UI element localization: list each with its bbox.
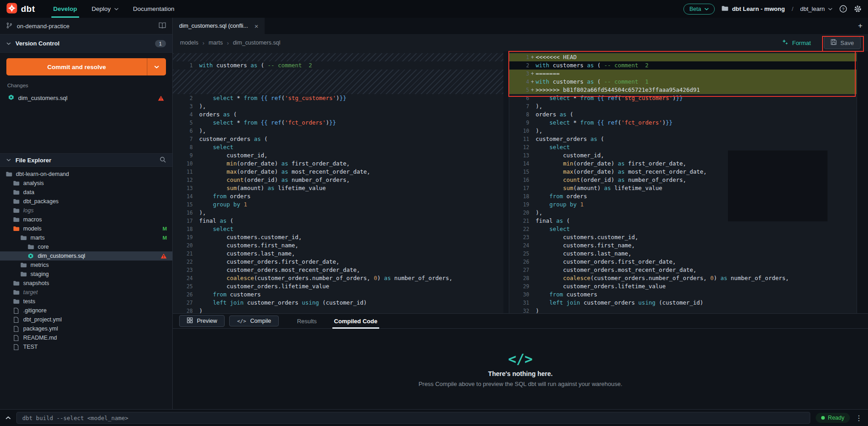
line-number: 7 [509,102,529,110]
format-button[interactable]: Format [782,39,811,47]
tab-dim_customers[interactable]: dim_customers.sql (confli... × [173,18,265,34]
line-number: 22 [173,258,193,266]
gear-icon[interactable] [854,5,862,13]
code-text: ======= [536,70,560,78]
diff-add-marker [529,143,536,151]
diff-add-marker [529,151,536,160]
save-button[interactable]: Save [824,36,861,49]
tree-item-TEST[interactable]: TEST [0,342,172,351]
code-text: sum(amount) as lifetime_value [536,184,662,192]
line-number: 10 [509,127,529,135]
line-number: 25 [509,250,529,258]
file-explorer-header[interactable]: File Explorer [0,153,172,167]
project-selector[interactable]: dbt Learn - mwong [722,5,785,13]
docs-book-icon[interactable] [159,22,166,30]
new-tab-button[interactable]: + [858,21,863,30]
code-line-1: 1with customers as ( -- comment 2 [173,61,509,70]
editor-pane-left[interactable]: 1with customers as ( -- comment 22 selec… [173,51,509,313]
chevron-down-icon [828,8,833,10]
environment-selector[interactable]: dbt_learn [800,5,833,12]
tree-item-analysis[interactable]: analysis [0,179,172,188]
save-label: Save [840,40,854,46]
line-number: 10 [173,160,193,168]
tree-item-label: core [38,244,49,250]
tree-item-tests[interactable]: tests [0,297,172,306]
kebab-menu-icon[interactable]: ⋮ [855,414,863,422]
code-text: select [536,225,570,233]
compile-button[interactable]: </> Compile [229,316,279,326]
nav-documentation[interactable]: Documentation [126,0,182,18]
code-line-18: 18 from orders [509,192,857,200]
tree-item-marts[interactable]: martsM [0,233,172,242]
tree-item-snapshots[interactable]: snapshots [0,279,172,288]
folder-icon [27,244,34,250]
beta-label: Beta [689,6,701,12]
tree-item-dbt_project.yml[interactable]: dbt_project.yml [0,315,172,324]
commit-button-label[interactable]: Commit and resolve [6,58,147,75]
tree-item-staging[interactable]: staging [0,270,172,279]
branch-selector[interactable]: on-demand-practice [0,18,172,35]
nav-deploy[interactable]: Deploy [85,0,126,18]
code-text: with customers as ( -- comment 2 [536,61,648,70]
code-line-14: 14 from orders [173,192,509,200]
code-line-5: 5+>>>>>>> b81f802a66fd544504c65721e3ffaa… [509,86,857,94]
editor-right-rail[interactable] [857,51,868,313]
tree-item-packages.yml[interactable]: packages.yml [0,324,172,333]
editor-pane-right[interactable]: 1+<<<<<<< HEAD2with customers as ( -- co… [509,51,857,313]
code-line-11: 11 max(order_date) as most_recent_order_… [173,168,509,176]
chevron-up-icon[interactable] [5,416,11,420]
tree-item-README.md[interactable]: README.md [0,333,172,342]
tree-item-label: dbt_project.yml [23,316,62,323]
code-text: final as ( [199,217,233,225]
tree-item-logs[interactable]: logs [0,206,172,215]
line-number: 6 [173,127,193,135]
line-number: 15 [173,200,193,209]
nav-develop[interactable]: Develop [46,0,85,18]
diff-add-marker [529,102,536,110]
search-icon[interactable] [160,156,166,164]
tree-item-models[interactable]: modelsM [0,224,172,233]
code-line-23: 23 customers.customer_id, [509,233,857,241]
dbt-logo[interactable]: dbt [6,3,35,15]
tab-compiled-code[interactable]: Compiled Code [332,314,379,329]
code-text: select * from {{ ref('stg_customers')}} [536,94,683,102]
diff-add-marker [193,94,199,102]
close-icon[interactable]: × [254,22,258,30]
bottom-panel: Preview </> Compile Results Compiled Cod… [173,313,868,409]
preview-button[interactable]: Preview [179,315,225,327]
tree-item-data[interactable]: data [0,188,172,197]
diff-add-marker [529,94,536,102]
tree-item-.gitignore[interactable]: .gitignore [0,306,172,315]
tree-item-macros[interactable]: macros [0,215,172,224]
diff-add-marker [193,291,199,299]
folder-icon [5,171,12,177]
code-line-12: 12 select [509,143,857,151]
tree-item-dim_customers.sql[interactable]: dim_customers.sql [0,251,172,261]
tree-item-core[interactable]: core [0,242,172,251]
beta-badge[interactable]: Beta [683,4,715,15]
code-text: ), [536,102,542,110]
folder-icon [13,180,20,186]
help-icon[interactable]: ? [839,5,847,13]
tree-item-target[interactable]: target [0,288,172,297]
tree-item-dbt-learn-on-demand[interactable]: dbt-learn-on-demand [0,170,172,179]
line-number: 5 [173,119,193,127]
tab-results[interactable]: Results [295,314,318,329]
code-text: customers.last_name, [536,250,632,258]
commit-and-resolve-button[interactable]: Commit and resolve [6,58,166,75]
diff-add-marker [529,217,536,225]
version-control-header[interactable]: Version Control 1 [0,35,172,53]
left-pane-scrollbar[interactable] [503,51,509,313]
changed-file-dim_customers[interactable]: dim_customers.sql [6,92,166,104]
folder-icon [13,208,20,213]
code-text: ) [536,307,539,313]
tree-item-dbt_packages[interactable]: dbt_packages [0,197,172,206]
changes-section-label: Changes [7,83,165,88]
tree-item-metrics[interactable]: metrics [0,261,172,270]
commit-dropdown-button[interactable] [147,58,166,75]
command-input[interactable] [16,412,810,424]
diff-add-marker [193,151,199,160]
diff-add-marker [193,233,199,241]
code-line-28: 28) [173,307,509,313]
empty-state: </> There's nothing here. Press Compile … [173,329,868,409]
